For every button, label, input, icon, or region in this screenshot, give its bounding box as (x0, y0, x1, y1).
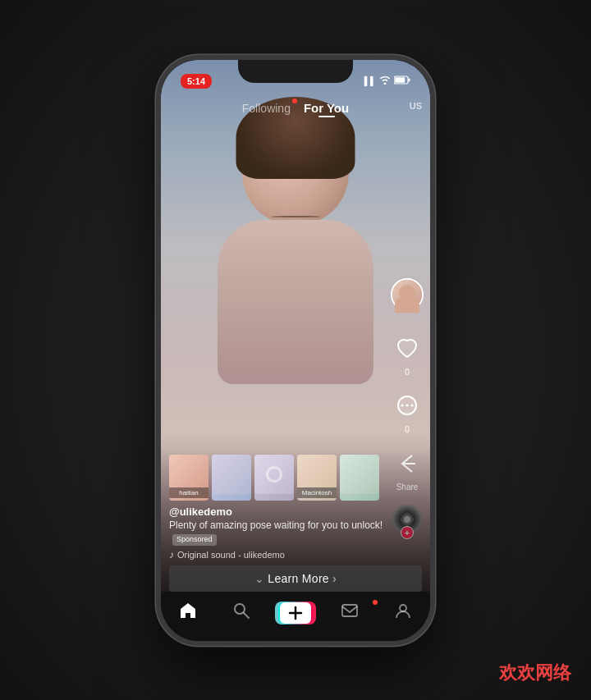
svg-rect-1 (395, 77, 405, 83)
nav-discover[interactable] (215, 602, 269, 625)
tab-indicator (318, 116, 335, 117)
learn-more-button[interactable]: Learn More (268, 572, 329, 585)
thumbnail-3[interactable] (254, 455, 294, 501)
like-count: 0 (405, 368, 410, 377)
svg-point-4 (401, 404, 404, 406)
svg-point-7 (235, 604, 245, 614)
svg-rect-2 (409, 79, 410, 82)
user-info: @ulikedemo Plenty of amazing pose waitin… (169, 506, 422, 545)
home-icon (179, 602, 197, 625)
comment-count: 0 (405, 425, 410, 434)
following-label[interactable]: Following (242, 102, 291, 115)
learn-more-area[interactable]: ⌄ Learn More › (169, 565, 422, 592)
watermark: 欢欢网络 (499, 661, 571, 685)
music-title[interactable]: Original sound - ulikedemo (177, 550, 285, 560)
nav-profile[interactable] (376, 602, 430, 625)
svg-point-6 (411, 404, 414, 406)
creator-avatar (391, 278, 424, 311)
chevron-down-icon: ⌄ (254, 572, 264, 585)
comment-icon (391, 390, 424, 423)
sponsored-badge: Sponsored (172, 534, 217, 546)
status-time: 5:14 (181, 74, 212, 89)
thumbnail-5[interactable] (340, 455, 379, 501)
region-label: US (410, 101, 422, 111)
notch (238, 60, 353, 83)
for-you-tab[interactable]: For You (304, 101, 349, 116)
nav-add[interactable] (268, 602, 323, 625)
status-icons: ▌▌ (364, 75, 410, 86)
top-navigation: Following For You (161, 96, 430, 121)
thumbnail-2[interactable] (212, 455, 251, 501)
wifi-icon (379, 75, 391, 86)
svg-line-8 (244, 613, 249, 618)
phone-shell: 5:14 ▌▌ (156, 55, 435, 646)
username[interactable]: @ulikedemo (169, 506, 422, 518)
description-text: Plenty of amazing pose waiting for you (169, 519, 337, 531)
nav-inbox[interactable] (323, 602, 377, 625)
thumbnails-strip: haitian Macintosh (169, 455, 422, 501)
thumb-label-1: haitian (169, 487, 208, 498)
svg-point-11 (400, 605, 406, 611)
comment-button[interactable]: 0 (391, 390, 424, 434)
video-description: Plenty of amazing pose waiting for you t… (169, 519, 422, 545)
nav-home[interactable] (161, 602, 215, 625)
search-icon (232, 602, 250, 625)
for-you-label[interactable]: For You (304, 101, 349, 115)
profile-icon (394, 602, 412, 625)
signal-icon: ▌▌ (364, 76, 376, 85)
inbox-icon (341, 602, 359, 625)
like-button[interactable]: 0 (391, 332, 424, 377)
add-icon (280, 602, 311, 624)
heart-icon (391, 332, 424, 365)
thumbnail-4[interactable]: Macintosh (297, 455, 337, 501)
screen: 5:14 ▌▌ (161, 60, 430, 641)
creator-avatar-btn[interactable]: + (391, 278, 424, 311)
battery-icon (394, 75, 410, 86)
bottom-overlay: haitian Macintosh (161, 448, 430, 591)
thumb-label-4: Macintosh (297, 487, 337, 498)
chevron-right-icon: › (332, 572, 337, 585)
following-badge (292, 98, 297, 103)
add-button[interactable] (278, 602, 313, 625)
svg-point-5 (406, 404, 409, 406)
bottom-navigation (161, 592, 430, 641)
page-background: 欢欢网络 5:14 ▌▌ (0, 0, 591, 700)
thumbnail-1[interactable]: haitian (169, 455, 208, 501)
inbox-notification-dot (373, 600, 378, 605)
music-line: ♪ Original sound - ulikedemo (169, 549, 422, 560)
following-tab[interactable]: Following (242, 101, 291, 116)
description-text-2: to unlock! (341, 519, 383, 531)
music-note-icon: ♪ (169, 549, 174, 560)
